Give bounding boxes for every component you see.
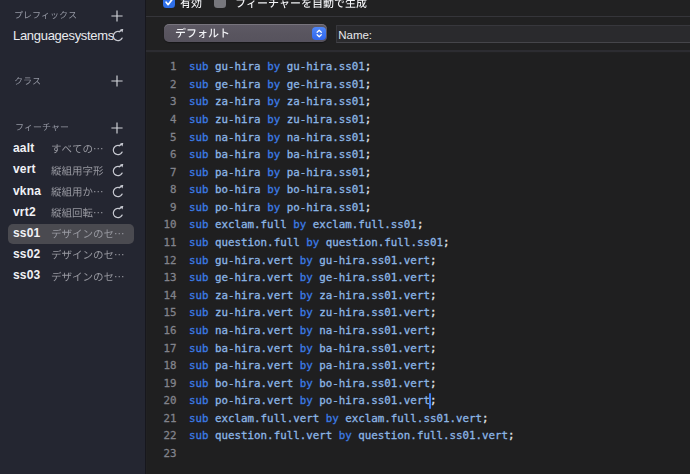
code-token-kw: sub bbox=[189, 113, 209, 126]
languagesystems-label: Languagesystems bbox=[13, 28, 114, 43]
line-number: 20 bbox=[147, 392, 177, 410]
line-number: 2 bbox=[147, 76, 177, 94]
code-token-kw: sub bbox=[189, 429, 209, 442]
feature-description-text bbox=[51, 228, 125, 240]
code-token-name: na-hira bbox=[215, 131, 261, 144]
feature-item-ss03[interactable]: ss03 bbox=[0, 266, 146, 286]
feature-item-ss02[interactable]: ss02 bbox=[0, 245, 146, 265]
feature-description-text bbox=[51, 165, 104, 177]
popup-chevrons-icon bbox=[312, 27, 326, 40]
code-token-name: ge-hira.ss01.vert bbox=[319, 271, 430, 284]
feature-tag: ss02 bbox=[13, 248, 41, 261]
auto-generate-checkbox-label[interactable] bbox=[235, 0, 367, 9]
code-line: 4sub zu-hira by zu-hira.ss01; bbox=[147, 111, 690, 129]
code-token-kw: by bbox=[326, 412, 339, 425]
code-token-kw: by bbox=[267, 131, 280, 144]
code-token-pun: ; bbox=[430, 306, 437, 319]
code-token-kw: sub bbox=[189, 78, 209, 91]
code-token-pun: ; bbox=[443, 236, 450, 249]
add-feature-button[interactable] bbox=[111, 122, 123, 134]
code-token-name: exclam.full.vert bbox=[215, 412, 319, 425]
code-token-kw: sub bbox=[189, 271, 209, 284]
code-token-kw: sub bbox=[189, 412, 209, 425]
code-token-name: exclam.full.ss01.vert bbox=[345, 412, 482, 425]
feature-item-vrt2[interactable]: vrt2 bbox=[0, 203, 146, 223]
enabled-checkbox-label[interactable] bbox=[180, 0, 202, 9]
code-line: 11sub question.full by question.full.ss0… bbox=[147, 234, 690, 252]
code-token-name: pa-hira.ss01.vert bbox=[319, 359, 430, 372]
feature-description-text bbox=[51, 207, 104, 219]
add-prefix-button[interactable] bbox=[111, 10, 123, 22]
feature-item-vert[interactable]: vert bbox=[0, 160, 146, 180]
code-line: 3sub za-hira by za-hira.ss01; bbox=[147, 93, 690, 111]
auto-generate-checkbox[interactable] bbox=[214, 0, 227, 8]
code-token-name: ba-hira.vert bbox=[215, 342, 293, 355]
popup-value-text bbox=[175, 27, 230, 39]
code-token-kw: by bbox=[306, 236, 319, 249]
prefix-section-text bbox=[14, 10, 77, 20]
feature-description bbox=[51, 186, 104, 198]
line-number: 3 bbox=[147, 93, 177, 111]
code-line: 7sub pa-hira by pa-hira.ss01; bbox=[147, 164, 690, 182]
code-token-pun: ; bbox=[365, 113, 372, 126]
code-text: sub zu-hira by zu-hira.ss01; bbox=[189, 111, 371, 129]
line-number: 6 bbox=[147, 146, 177, 164]
code-token-kw: by bbox=[300, 359, 313, 372]
line-number: 19 bbox=[147, 375, 177, 393]
feature-description bbox=[51, 143, 104, 155]
code-token-name: za-hira.vert bbox=[215, 289, 293, 302]
feature-item-ss01[interactable]: ss01 bbox=[0, 224, 146, 244]
enabled-label-text bbox=[180, 0, 202, 9]
code-token-name: na-hira.vert bbox=[215, 324, 293, 337]
feature-tag: vkna bbox=[13, 185, 41, 198]
code-text: sub ba-hira by ba-hira.ss01; bbox=[189, 146, 371, 164]
feature-refresh-icon[interactable] bbox=[111, 185, 125, 199]
code-token-name: gu-hira.ss01 bbox=[287, 60, 365, 73]
code-line: 16sub na-hira.vert by na-hira.ss01.vert; bbox=[147, 322, 690, 340]
code-token-name: zu-hira.vert bbox=[215, 306, 293, 319]
feature-name-field[interactable]: Name: bbox=[336, 25, 690, 44]
feature-description-text bbox=[51, 143, 104, 155]
code-token-kw: sub bbox=[189, 95, 209, 108]
code-token-name: gu-hira.ss01.vert bbox=[319, 254, 430, 267]
script-popup-button[interactable] bbox=[164, 24, 328, 42]
code-token-pun: ; bbox=[365, 201, 372, 214]
code-token-name: po-hira bbox=[215, 201, 261, 214]
feature-item-aalt[interactable]: aalt bbox=[0, 139, 146, 159]
feature-item-vkna[interactable]: vkna bbox=[0, 182, 146, 202]
feature-tag: aalt bbox=[13, 142, 34, 155]
code-token-kw: sub bbox=[189, 201, 209, 214]
code-line: 1sub gu-hira by gu-hira.ss01; bbox=[147, 58, 690, 76]
feature-tag: vert bbox=[13, 163, 36, 176]
toolbar-separator-bottom bbox=[146, 50, 690, 52]
code-token-name: po-hira.ss01 bbox=[287, 201, 365, 214]
languagesystems-refresh-icon[interactable] bbox=[111, 29, 125, 43]
code-token-kw: by bbox=[267, 183, 280, 196]
feature-refresh-icon[interactable] bbox=[111, 206, 125, 220]
code-token-pun: ; bbox=[430, 359, 437, 372]
code-token-kw: by bbox=[300, 289, 313, 302]
enabled-checkbox[interactable] bbox=[163, 0, 176, 8]
code-line: 21sub exclam.full.vert by exclam.full.ss… bbox=[147, 410, 690, 428]
code-token-name: question.full.ss01.vert bbox=[358, 429, 508, 442]
feature-refresh-icon[interactable] bbox=[111, 164, 125, 178]
feature-tag: ss01 bbox=[13, 227, 41, 240]
languagesystems-item[interactable]: Languagesystems bbox=[13, 29, 114, 43]
code-line: 23 bbox=[147, 445, 690, 463]
line-number: 9 bbox=[147, 199, 177, 217]
code-token-pun: ; bbox=[430, 289, 437, 302]
feature-code-editor[interactable]: 1sub gu-hira by gu-hira.ss01;2sub ge-hir… bbox=[147, 53, 690, 474]
code-lines: 1sub gu-hira by gu-hira.ss01;2sub ge-hir… bbox=[147, 58, 690, 462]
code-token-name: bo-hira.vert bbox=[215, 377, 293, 390]
code-token-kw: by bbox=[300, 377, 313, 390]
feature-refresh-icon[interactable] bbox=[111, 143, 125, 157]
line-number: 5 bbox=[147, 129, 177, 147]
code-line: 22sub question.full.vert by question.ful… bbox=[147, 427, 690, 445]
line-number: 13 bbox=[147, 269, 177, 287]
code-token-name: exclam.full bbox=[215, 218, 287, 231]
add-class-button[interactable] bbox=[111, 75, 123, 87]
code-token-name: question.full bbox=[215, 236, 300, 249]
prefix-section-label bbox=[14, 10, 77, 20]
code-token-pun: ; bbox=[365, 60, 372, 73]
code-token-kw: sub bbox=[189, 148, 209, 161]
